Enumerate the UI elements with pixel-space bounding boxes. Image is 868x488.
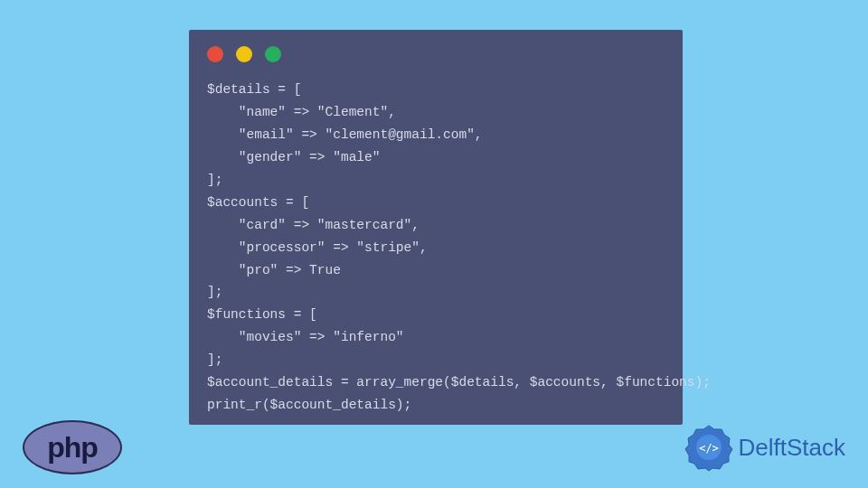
delftstack-logo: </> DelftStack (684, 423, 846, 472)
php-logo: php (23, 420, 122, 474)
delftstack-text: DelftStack (739, 434, 846, 462)
minimize-icon (236, 46, 252, 62)
php-text: php (47, 431, 98, 465)
delftstack-icon: </> (684, 423, 733, 472)
window-buttons (207, 46, 665, 62)
code-window: $details = [ "name" => "Clement", "email… (189, 30, 683, 425)
maximize-icon (265, 46, 281, 62)
code-content: $details = [ "name" => "Clement", "email… (207, 79, 665, 417)
svg-text:</>: </> (699, 442, 719, 455)
php-ellipse: php (23, 420, 122, 474)
close-icon (207, 46, 223, 62)
